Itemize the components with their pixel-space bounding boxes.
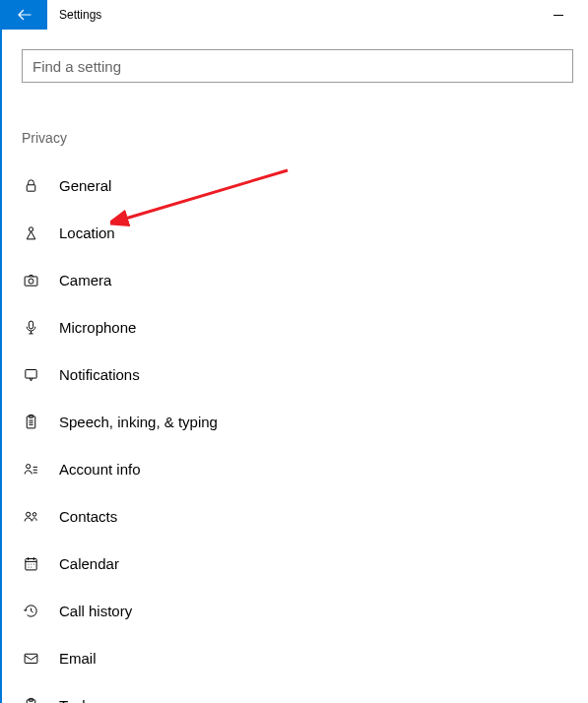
nav-item-notifications[interactable]: Notifications	[22, 351, 588, 398]
contacts-icon	[22, 507, 39, 525]
nav-item-account[interactable]: Account info	[22, 445, 588, 492]
svg-rect-0	[27, 184, 35, 190]
lock-icon	[22, 176, 39, 194]
nav-item-tasks[interactable]: Tasks	[22, 681, 588, 703]
nav-label: Tasks	[59, 697, 97, 704]
nav-list: General Location Camera Microphone Notif	[22, 161, 588, 703]
window-controls	[539, 0, 588, 30]
arrow-left-icon	[16, 6, 33, 24]
svg-rect-12	[25, 654, 37, 663]
svg-point-8	[26, 464, 30, 468]
svg-rect-5	[25, 369, 35, 378]
search-input[interactable]: Find a setting	[22, 49, 573, 83]
nav-item-general[interactable]: General	[22, 161, 588, 209]
notifications-icon	[22, 365, 39, 383]
nav-item-camera[interactable]: Camera	[22, 256, 588, 303]
svg-point-3	[29, 279, 33, 284]
calendar-icon	[22, 554, 39, 572]
minimize-button[interactable]	[539, 0, 578, 30]
nav-item-calendar[interactable]: Calendar	[22, 540, 588, 587]
nav-label: Call history	[59, 603, 132, 619]
nav-label: Email	[59, 650, 97, 667]
back-button[interactable]	[2, 0, 47, 30]
camera-icon	[22, 271, 39, 288]
nav-label: General	[59, 177, 111, 194]
nav-label: Contacts	[59, 508, 117, 525]
clipboard-icon	[22, 413, 39, 430]
history-icon	[22, 602, 39, 619]
nav-label: Calendar	[59, 555, 119, 572]
account-icon	[22, 460, 39, 478]
nav-item-email[interactable]: Email	[22, 634, 588, 681]
titlebar: Settings	[2, 0, 588, 30]
nav-label: Notifications	[59, 366, 140, 383]
svg-point-9	[26, 512, 30, 516]
nav-item-location[interactable]: Location	[22, 209, 588, 256]
microphone-icon	[22, 318, 39, 336]
svg-rect-4	[29, 321, 33, 329]
svg-point-10	[33, 512, 36, 516]
search-placeholder: Find a setting	[33, 58, 121, 75]
nav-label: Speech, inking, & typing	[59, 414, 218, 430]
section-header-privacy: Privacy	[22, 130, 588, 146]
nav-item-callhistory[interactable]: Call history	[22, 587, 588, 634]
window-title: Settings	[47, 0, 539, 30]
nav-item-speech[interactable]: Speech, inking, & typing	[22, 398, 588, 445]
tasks-icon	[22, 696, 39, 703]
svg-rect-2	[25, 276, 37, 285]
nav-label: Location	[59, 224, 115, 241]
nav-label: Camera	[59, 272, 111, 288]
nav-item-contacts[interactable]: Contacts	[22, 492, 588, 540]
email-icon	[22, 649, 39, 667]
nav-label: Account info	[59, 461, 141, 478]
nav-label: Microphone	[59, 319, 136, 336]
nav-item-microphone[interactable]: Microphone	[22, 303, 588, 351]
location-icon	[22, 224, 39, 241]
